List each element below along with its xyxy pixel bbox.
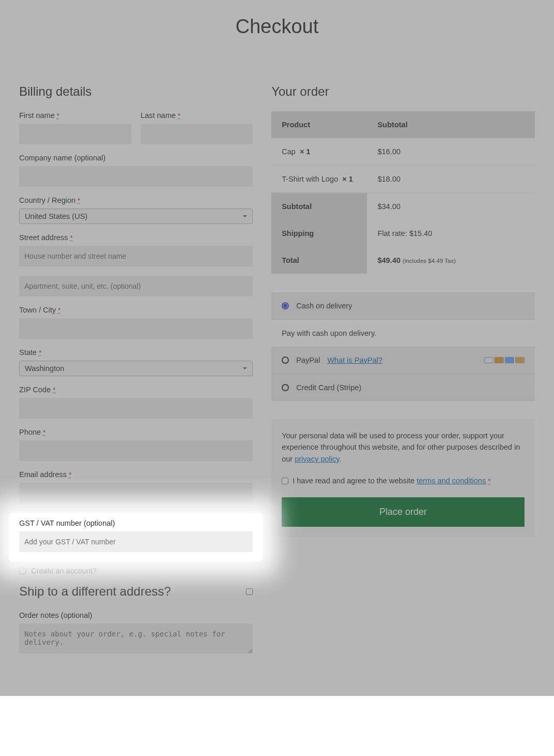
order-table: Product Subtotal Cap × 1 $16.00 T-Shirt … [271,111,535,274]
first-name-input[interactable] [19,124,132,144]
order-notes-label: Order notes (optional) [19,611,253,619]
cod-description: Pay with cash upon delivery. [271,320,535,347]
shipping-label: Shipping [271,220,367,247]
street-input[interactable] [19,246,253,266]
first-name-label: First name * [19,111,132,120]
city-label: Town / City * [19,306,253,314]
city-input[interactable] [19,318,253,339]
email-label: Email address * [19,470,253,479]
subtotal-label: Subtotal [271,193,367,220]
ship-different-heading: Ship to a different address? [19,584,171,599]
gst-highlight: GST / VAT number (optional) [9,513,263,561]
terms-link[interactable]: terms and conditions [417,477,486,485]
last-name-label: Last name * [141,111,253,120]
state-label: State * [19,348,253,357]
payment-methods: Cash on delivery Pay with cash upon deli… [271,292,535,401]
pay-option-stripe[interactable]: Credit Card (Stripe) [271,374,535,401]
country-select[interactable]: United States (US) [19,209,253,224]
company-input[interactable] [19,166,253,187]
paypal-icon [484,357,493,363]
radio-icon [282,384,289,391]
create-account-label: Create an account? [31,567,97,575]
paypal-whatis-link[interactable]: What is PayPal? [327,356,382,364]
page-title: Checkout [19,16,535,38]
gst-label: GST / VAT number (optional) [19,519,253,527]
state-select[interactable]: Washington [19,361,253,376]
street-label: Street address * [19,233,253,242]
subtotal-value: $34.00 [367,193,535,220]
col-subtotal: Subtotal [367,111,535,138]
shipping-value: Flat rate: $15.40 [367,220,535,247]
pay-option-paypal[interactable]: PayPal What is PayPal? [271,347,535,374]
phone-input[interactable] [19,440,253,461]
phone-label: Phone * [19,428,253,436]
order-heading: Your order [271,84,535,99]
total-label: Total [271,247,367,274]
table-row: Cap × 1 $16.00 [271,138,535,166]
discover-icon [515,357,524,363]
company-label: Company name (optional) [19,154,253,162]
radio-icon [282,302,289,309]
gst-input[interactable] [19,531,253,552]
terms-checkbox[interactable] [282,478,288,484]
email-input[interactable] [19,483,253,503]
amex-icon [505,357,514,363]
zip-label: ZIP Code * [19,386,253,394]
create-account-checkbox[interactable] [19,568,26,574]
last-name-input[interactable] [141,124,253,144]
place-order-button[interactable]: Place order [282,497,524,527]
mastercard-icon [494,357,504,363]
street2-input[interactable] [19,276,253,297]
col-product: Product [271,111,367,138]
country-label: Country / Region * [19,196,253,204]
pay-option-cod[interactable]: Cash on delivery [271,292,535,320]
zip-input[interactable] [19,398,253,419]
ship-different-checkbox[interactable] [246,588,253,595]
radio-icon [282,357,289,364]
total-value: $49.40 (includes $4.49 Tax) [367,247,535,274]
privacy-box: Your personal data will be used to proce… [271,420,535,537]
billing-heading: Billing details [19,84,253,99]
table-row: T-Shirt with Logo × 1 $18.00 [271,166,535,193]
privacy-policy-link[interactable]: privacy policy [295,455,339,463]
paypal-card-icons [484,357,524,363]
order-notes-input[interactable] [19,624,253,654]
